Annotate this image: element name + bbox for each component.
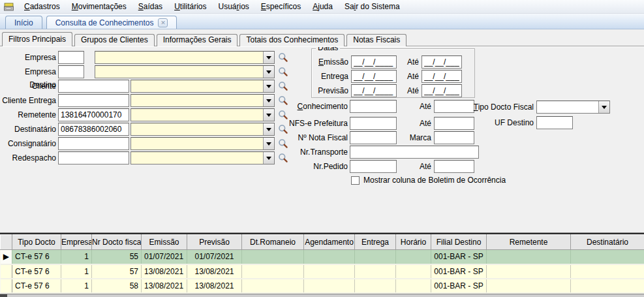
cell-dt-romaneio[interactable] xyxy=(242,264,304,279)
tab-inicio[interactable]: Início xyxy=(5,16,42,29)
uf-destino-input[interactable] xyxy=(536,116,573,129)
col-previsao[interactable]: Previsão xyxy=(187,235,242,250)
cell-entrega[interactable] xyxy=(355,250,396,264)
menu-ajuda[interactable]: Ajuda xyxy=(307,1,339,12)
search-icon[interactable] xyxy=(278,81,288,91)
nfse-prefeitura-input[interactable] xyxy=(350,117,397,130)
destinatario-code-input[interactable] xyxy=(58,123,129,136)
conhecimento-input[interactable] xyxy=(350,100,397,113)
cell-nr-docto-fiscal[interactable]: 57 xyxy=(92,264,142,279)
dropdown-arrow-icon[interactable] xyxy=(263,66,274,78)
col-horario[interactable]: Horário xyxy=(396,235,431,250)
cell-tipo-docto[interactable]: CT-e 57 6 xyxy=(12,250,61,264)
boletim-checkbox[interactable] xyxy=(351,176,360,185)
row-selector[interactable] xyxy=(1,279,12,293)
dropdown-arrow-icon[interactable] xyxy=(263,52,274,63)
cell-empresa[interactable]: 1 xyxy=(61,264,92,279)
col-dt-romaneio[interactable]: Dt.Romaneio xyxy=(242,235,304,250)
cell-remetente[interactable] xyxy=(487,264,571,279)
col-entrega[interactable]: Entrega xyxy=(355,235,396,250)
empresa-code-input[interactable] xyxy=(58,51,84,64)
cliente-entrega-combo[interactable] xyxy=(130,94,275,107)
tab-consulta-de-conhecimentos[interactable]: Consulta de Conhecimentos ✕ xyxy=(46,16,177,29)
menu-sair-do-sistema[interactable]: Sair do Sistema xyxy=(339,1,406,12)
cliente-code-input[interactable] xyxy=(58,80,129,93)
cell-filial-destino[interactable]: 001-BAR - SP xyxy=(431,250,487,264)
tab-informacoes-gerais[interactable]: Informações Gerais xyxy=(157,34,238,46)
cell-previsao[interactable]: 13/08/2021 xyxy=(187,279,242,293)
empresa-combo[interactable] xyxy=(95,51,275,64)
table-row[interactable]: CT-e 57 6 1 57 13/08/2021 13/08/2021 001… xyxy=(1,264,644,279)
consignatario-combo[interactable] xyxy=(130,137,275,150)
emissao-ate-date-input[interactable] xyxy=(422,55,462,69)
tab-totais-dos-conhecimentos[interactable]: Totais dos Conhecimentos xyxy=(239,34,345,46)
cell-tipo-docto[interactable]: CT-e 57 6 xyxy=(12,279,61,293)
tab-notas-fiscais[interactable]: Notas Fiscais xyxy=(346,34,406,46)
menu-saidas[interactable]: Saídas xyxy=(132,1,168,12)
menu-cadastros[interactable]: Cadastros xyxy=(18,1,66,12)
cell-previsao[interactable]: 01/07/2021 xyxy=(187,250,242,264)
cell-destinatario[interactable] xyxy=(571,250,644,264)
cell-nr-docto-fiscal[interactable]: 55 xyxy=(92,250,142,264)
cell-destinatario[interactable] xyxy=(571,279,644,293)
col-tipo-docto[interactable]: Tipo Docto xyxy=(12,235,61,250)
previsao-ate-date-input[interactable] xyxy=(422,84,462,97)
col-destinatario[interactable]: Destinatário xyxy=(571,235,644,250)
nr-pedido-ate-input[interactable] xyxy=(434,160,474,173)
col-emissao[interactable]: Emissão xyxy=(142,235,187,250)
col-empresa[interactable]: Empresa xyxy=(61,235,92,250)
cliente-entrega-code-input[interactable] xyxy=(58,94,129,107)
cell-emissao[interactable]: 01/07/2021 xyxy=(142,250,187,264)
nr-transporte-input[interactable] xyxy=(350,146,479,159)
cell-emissao[interactable]: 13/08/2021 xyxy=(142,279,187,293)
emissao-date-input[interactable] xyxy=(351,55,397,69)
cell-tipo-docto[interactable]: CT-e 57 6 xyxy=(12,264,61,279)
empresa-destino-combo[interactable] xyxy=(95,65,275,78)
cell-filial-destino[interactable]: 001-BAR - SP xyxy=(431,264,487,279)
cell-remetente[interactable] xyxy=(487,279,571,293)
search-icon[interactable] xyxy=(278,67,288,77)
tipo-docto-fiscal-combo[interactable] xyxy=(536,101,610,114)
menu-utilitarios[interactable]: Utilitários xyxy=(168,1,212,12)
col-remetente[interactable]: Remetente xyxy=(487,235,571,250)
col-agendamento[interactable]: Agendamento xyxy=(304,235,355,250)
menu-movimentacoes[interactable]: Movimentações xyxy=(66,1,132,12)
cell-filial-destino[interactable]: 001-BAR - SP xyxy=(431,279,487,293)
table-row[interactable]: CT-e 57 6 1 58 13/08/2021 13/08/2021 001… xyxy=(1,279,644,293)
nr-pedido-input[interactable] xyxy=(350,160,397,173)
previsao-date-input[interactable] xyxy=(351,84,397,97)
cell-remetente[interactable] xyxy=(487,250,571,264)
menu-especificos[interactable]: Específicos xyxy=(255,1,307,12)
menu-usuarios[interactable]: Usuários xyxy=(212,1,254,12)
consignatario-code-input[interactable] xyxy=(58,137,129,150)
cell-dt-romaneio[interactable] xyxy=(242,279,304,293)
cell-entrega[interactable] xyxy=(355,264,396,279)
cell-horario[interactable] xyxy=(396,250,431,264)
empresa-destino-code-input[interactable] xyxy=(58,65,84,78)
cell-agendamento[interactable] xyxy=(304,279,355,293)
dropdown-arrow-icon[interactable] xyxy=(598,101,609,113)
remetente-combo[interactable] xyxy=(130,108,275,121)
cell-horario[interactable] xyxy=(396,264,431,279)
tab-grupos-de-clientes[interactable]: Grupos de Clientes xyxy=(74,34,155,46)
redespacho-combo[interactable] xyxy=(130,151,275,164)
cell-agendamento[interactable] xyxy=(304,264,355,279)
cell-destinatario[interactable] xyxy=(571,264,644,279)
close-tab-icon[interactable]: ✕ xyxy=(158,18,168,27)
dropdown-arrow-icon[interactable] xyxy=(263,80,274,92)
cell-empresa[interactable]: 1 xyxy=(61,250,92,264)
cliente-combo[interactable] xyxy=(130,80,275,93)
cell-horario[interactable] xyxy=(396,279,431,293)
destinatario-combo[interactable] xyxy=(130,123,275,136)
cell-agendamento[interactable] xyxy=(304,250,355,264)
cell-previsao[interactable]: 13/08/2021 xyxy=(187,264,242,279)
cell-emissao[interactable]: 13/08/2021 xyxy=(142,264,187,279)
nota-fiscal-input[interactable] xyxy=(350,131,397,144)
cell-entrega[interactable] xyxy=(355,279,396,293)
redespacho-code-input[interactable] xyxy=(58,151,129,164)
cell-empresa[interactable]: 1 xyxy=(61,279,92,293)
entrega-date-input[interactable] xyxy=(351,70,397,83)
entrega-ate-date-input[interactable] xyxy=(422,70,462,83)
col-nr-docto-fiscal[interactable]: Nr Docto fiscal xyxy=(92,235,142,250)
marca-input[interactable] xyxy=(434,131,474,144)
